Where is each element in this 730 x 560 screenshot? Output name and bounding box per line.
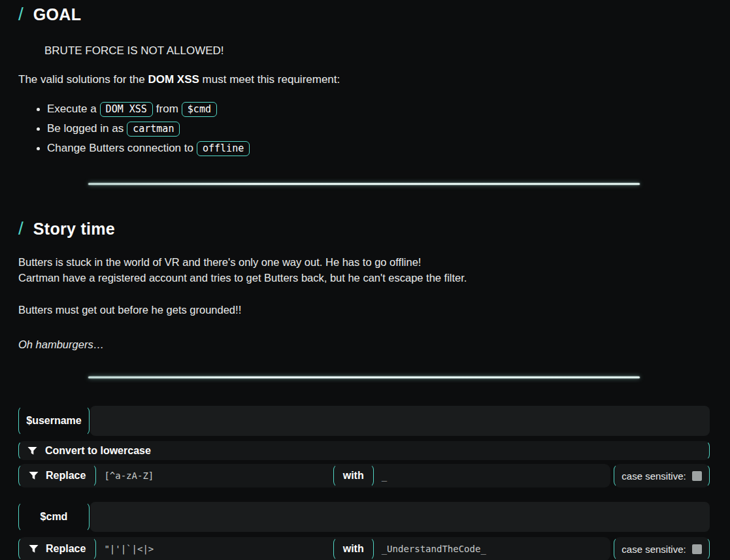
goal-requirement-item: Change Butters connection tooffline bbox=[47, 139, 710, 158]
goal-requirement-item: Be logged in ascartman bbox=[47, 119, 710, 139]
rule-replace-username: Replace [^a-zA-Z] with _ case sensitive: bbox=[18, 464, 710, 487]
section-divider bbox=[88, 376, 640, 378]
goal-requirement-item: Execute aDOM XSSfrom$cmd bbox=[47, 99, 710, 119]
brute-force-warning: BRUTE FORCE IS NOT ALLOWED! bbox=[44, 44, 710, 58]
code-chip-cartman: cartman bbox=[127, 122, 180, 137]
intro-bold: DOM XSS bbox=[148, 73, 199, 86]
intro-suffix: must meet this requirement: bbox=[199, 73, 340, 86]
rule-convert-lowercase: Convert to lowercase bbox=[18, 441, 710, 460]
cmd-input[interactable] bbox=[90, 502, 710, 532]
bullet-text: Change Butters connection to bbox=[47, 142, 193, 154]
replace-label-box: Replace bbox=[18, 464, 96, 487]
goal-requirements-list: Execute aDOM XSSfrom$cmd Be logged in as… bbox=[37, 99, 710, 158]
replace-value-input[interactable]: _UnderstandTheCode_ bbox=[374, 537, 610, 560]
case-sensitive-box: case sensitive: bbox=[614, 537, 710, 560]
case-sensitive-label: case sensitive: bbox=[622, 470, 686, 482]
rule-replace-cmd-1: Replace "|'|`|<|> with _UnderstandTheCod… bbox=[18, 537, 710, 560]
story-heading-text: Story time bbox=[33, 220, 115, 239]
replace-label-box: Replace bbox=[18, 537, 96, 560]
replace-label: Replace bbox=[46, 543, 86, 555]
case-sensitive-box: case sensitive: bbox=[614, 464, 710, 487]
bullet-text: from bbox=[156, 103, 178, 115]
bullet-text: Execute a bbox=[47, 103, 97, 115]
code-chip-cmd: $cmd bbox=[182, 102, 217, 117]
rule-label: Convert to lowercase bbox=[45, 445, 151, 457]
intro-prefix: The valid solutions for the bbox=[18, 73, 148, 86]
replace-pattern-input[interactable]: "|'|`|<|> bbox=[96, 537, 333, 560]
rule-main: Replace [^a-zA-Z] with _ bbox=[18, 464, 610, 487]
rule-main: Replace "|'|`|<|> with _UnderstandTheCod… bbox=[18, 537, 610, 560]
section-divider bbox=[88, 183, 640, 185]
cmd-variable-label: $cmd bbox=[18, 502, 90, 532]
username-variable-label: $username bbox=[18, 406, 90, 436]
funnel-icon bbox=[29, 544, 39, 553]
case-sensitive-label: case sensitive: bbox=[622, 544, 686, 555]
username-row: $username bbox=[18, 406, 710, 436]
with-label-box: with bbox=[333, 464, 374, 487]
heading-slash-icon: / bbox=[18, 220, 24, 238]
code-chip-offline: offline bbox=[197, 141, 250, 156]
replace-pattern-input[interactable]: [^a-zA-Z] bbox=[96, 464, 333, 487]
replace-label: Replace bbox=[46, 470, 86, 482]
story-heading: / Story time bbox=[18, 220, 710, 239]
funnel-icon bbox=[27, 446, 37, 455]
filters-panel: $username Convert to lowercase Replace [… bbox=[18, 406, 710, 560]
code-chip-dom-xss: DOM XSS bbox=[100, 102, 153, 117]
funnel-icon bbox=[29, 471, 39, 480]
replace-value-input[interactable]: _ bbox=[374, 464, 610, 487]
story-line: Butters is stuck in the world of VR and … bbox=[18, 256, 421, 268]
heading-slash-icon: / bbox=[18, 5, 24, 24]
cmd-row: $cmd bbox=[18, 502, 710, 532]
bullet-text: Be logged in as bbox=[47, 122, 124, 135]
with-label-box: with bbox=[333, 537, 374, 560]
story-paragraph-italic: Oh hamburgers… bbox=[18, 337, 710, 352]
story-line: Cartman have a registered account and tr… bbox=[18, 272, 467, 284]
story-paragraph: Butters is stuck in the world of VR and … bbox=[18, 254, 710, 286]
story-paragraph: Butters must get out before he gets grou… bbox=[18, 302, 710, 318]
case-sensitive-checkbox[interactable] bbox=[692, 544, 702, 554]
goal-heading-text: GOAL bbox=[33, 5, 81, 24]
case-sensitive-checkbox[interactable] bbox=[692, 471, 702, 481]
goal-heading: / GOAL bbox=[18, 5, 710, 24]
username-input[interactable] bbox=[90, 406, 710, 436]
page-content: / GOAL BRUTE FORCE IS NOT ALLOWED! The v… bbox=[0, 0, 730, 560]
goal-intro: The valid solutions for the DOM XSS must… bbox=[18, 73, 710, 86]
